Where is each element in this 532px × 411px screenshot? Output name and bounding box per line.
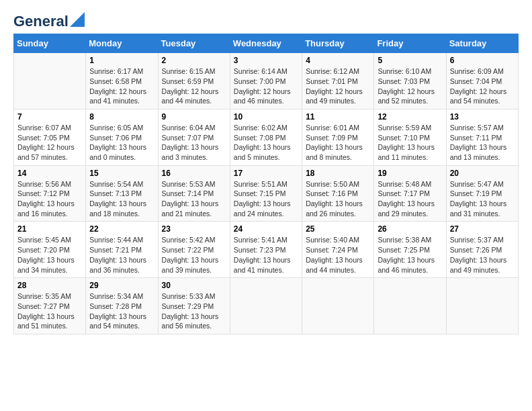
day-number: 24 xyxy=(234,224,298,234)
calendar-cell: 7Sunrise: 6:07 AMSunset: 7:05 PMDaylight… xyxy=(14,109,86,165)
col-header-thursday: Thursday xyxy=(302,34,374,53)
day-number: 13 xyxy=(450,112,515,122)
day-number: 20 xyxy=(450,169,515,178)
logo-icon xyxy=(70,12,85,27)
calendar-cell: 2Sunrise: 6:15 AMSunset: 6:59 PMDaylight… xyxy=(158,53,230,109)
calendar-cell: 25Sunrise: 5:40 AMSunset: 7:24 PMDayligh… xyxy=(302,222,374,278)
day-info: Sunrise: 6:02 AMSunset: 7:08 PMDaylight:… xyxy=(234,123,298,163)
calendar-cell: 14Sunrise: 5:56 AMSunset: 7:12 PMDayligh… xyxy=(14,165,86,222)
day-info: Sunrise: 5:42 AMSunset: 7:22 PMDaylight:… xyxy=(162,235,226,275)
calendar-cell: 1Sunrise: 6:17 AMSunset: 6:58 PMDaylight… xyxy=(86,53,158,109)
calendar-cell: 27Sunrise: 5:37 AMSunset: 7:26 PMDayligh… xyxy=(446,222,518,278)
calendar-cell: 16Sunrise: 5:53 AMSunset: 7:14 PMDayligh… xyxy=(158,165,230,222)
calendar-cell: 18Sunrise: 5:50 AMSunset: 7:16 PMDayligh… xyxy=(302,165,374,222)
week-row-1: 1Sunrise: 6:17 AMSunset: 6:58 PMDaylight… xyxy=(14,53,519,109)
day-number: 23 xyxy=(162,224,226,234)
day-info: Sunrise: 5:57 AMSunset: 7:11 PMDaylight:… xyxy=(450,123,515,163)
col-header-wednesday: Wednesday xyxy=(230,34,302,53)
calendar-cell: 15Sunrise: 5:54 AMSunset: 7:13 PMDayligh… xyxy=(86,165,158,222)
calendar-cell: 11Sunrise: 6:01 AMSunset: 7:09 PMDayligh… xyxy=(302,109,374,165)
day-info: Sunrise: 5:34 AMSunset: 7:28 PMDaylight:… xyxy=(89,291,154,331)
svg-marker-0 xyxy=(70,12,85,27)
calendar-cell: 3Sunrise: 6:14 AMSunset: 7:00 PMDaylight… xyxy=(230,53,302,109)
day-info: Sunrise: 5:38 AMSunset: 7:25 PMDaylight:… xyxy=(378,235,442,275)
day-info: Sunrise: 6:10 AMSunset: 7:03 PMDaylight:… xyxy=(378,66,442,106)
logo-general: General xyxy=(13,13,69,30)
day-info: Sunrise: 5:44 AMSunset: 7:21 PMDaylight:… xyxy=(89,235,154,275)
calendar-cell: 22Sunrise: 5:44 AMSunset: 7:21 PMDayligh… xyxy=(86,222,158,278)
day-number: 18 xyxy=(306,169,370,178)
day-number: 12 xyxy=(378,112,442,122)
week-row-5: 28Sunrise: 5:35 AMSunset: 7:27 PMDayligh… xyxy=(14,278,519,334)
page-header: General xyxy=(13,13,519,27)
day-info: Sunrise: 5:37 AMSunset: 7:26 PMDaylight:… xyxy=(450,235,515,275)
calendar-cell: 23Sunrise: 5:42 AMSunset: 7:22 PMDayligh… xyxy=(158,222,230,278)
col-header-sunday: Sunday xyxy=(14,34,86,53)
day-number: 26 xyxy=(378,224,442,234)
day-info: Sunrise: 6:12 AMSunset: 7:01 PMDaylight:… xyxy=(306,66,370,106)
calendar-cell: 28Sunrise: 5:35 AMSunset: 7:27 PMDayligh… xyxy=(14,278,86,334)
day-number: 9 xyxy=(162,112,226,122)
day-info: Sunrise: 6:05 AMSunset: 7:06 PMDaylight:… xyxy=(89,123,154,163)
day-number: 15 xyxy=(89,169,154,178)
day-info: Sunrise: 5:35 AMSunset: 7:27 PMDaylight:… xyxy=(17,291,82,331)
col-header-friday: Friday xyxy=(374,34,446,53)
day-info: Sunrise: 5:41 AMSunset: 7:23 PMDaylight:… xyxy=(234,235,298,275)
day-number: 2 xyxy=(162,56,226,65)
day-info: Sunrise: 5:47 AMSunset: 7:19 PMDaylight:… xyxy=(450,179,515,219)
day-number: 29 xyxy=(89,281,154,290)
day-number: 3 xyxy=(234,56,298,65)
day-info: Sunrise: 5:51 AMSunset: 7:15 PMDaylight:… xyxy=(234,179,298,219)
col-header-saturday: Saturday xyxy=(446,34,518,53)
calendar-cell: 9Sunrise: 6:04 AMSunset: 7:07 PMDaylight… xyxy=(158,109,230,165)
day-info: Sunrise: 5:33 AMSunset: 7:29 PMDaylight:… xyxy=(162,291,226,331)
calendar-cell xyxy=(230,278,302,334)
calendar-cell xyxy=(374,278,446,334)
calendar-cell xyxy=(446,278,518,334)
day-number: 4 xyxy=(306,56,370,65)
day-info: Sunrise: 6:07 AMSunset: 7:05 PMDaylight:… xyxy=(17,123,82,163)
day-info: Sunrise: 6:17 AMSunset: 6:58 PMDaylight:… xyxy=(89,66,154,106)
day-number: 28 xyxy=(17,281,82,290)
day-info: Sunrise: 6:01 AMSunset: 7:09 PMDaylight:… xyxy=(306,123,370,163)
day-info: Sunrise: 5:59 AMSunset: 7:10 PMDaylight:… xyxy=(378,123,442,163)
day-number: 27 xyxy=(450,224,515,234)
calendar-cell: 6Sunrise: 6:09 AMSunset: 7:04 PMDaylight… xyxy=(446,53,518,109)
calendar-cell: 12Sunrise: 5:59 AMSunset: 7:10 PMDayligh… xyxy=(374,109,446,165)
day-number: 19 xyxy=(378,169,442,178)
calendar-cell: 21Sunrise: 5:45 AMSunset: 7:20 PMDayligh… xyxy=(14,222,86,278)
week-row-2: 7Sunrise: 6:07 AMSunset: 7:05 PMDaylight… xyxy=(14,109,519,165)
day-number: 6 xyxy=(450,56,515,65)
day-info: Sunrise: 5:50 AMSunset: 7:16 PMDaylight:… xyxy=(306,179,370,219)
calendar-cell: 13Sunrise: 5:57 AMSunset: 7:11 PMDayligh… xyxy=(446,109,518,165)
calendar-cell: 20Sunrise: 5:47 AMSunset: 7:19 PMDayligh… xyxy=(446,165,518,222)
col-header-tuesday: Tuesday xyxy=(158,34,230,53)
day-number: 7 xyxy=(17,112,82,122)
calendar-cell: 17Sunrise: 5:51 AMSunset: 7:15 PMDayligh… xyxy=(230,165,302,222)
calendar-header: SundayMondayTuesdayWednesdayThursdayFrid… xyxy=(14,34,519,53)
day-info: Sunrise: 5:48 AMSunset: 7:17 PMDaylight:… xyxy=(378,179,442,219)
day-number: 25 xyxy=(306,224,370,234)
day-info: Sunrise: 5:54 AMSunset: 7:13 PMDaylight:… xyxy=(89,179,154,219)
day-number: 17 xyxy=(234,169,298,178)
week-row-3: 14Sunrise: 5:56 AMSunset: 7:12 PMDayligh… xyxy=(14,165,519,222)
day-number: 16 xyxy=(162,169,226,178)
calendar-table: SundayMondayTuesdayWednesdayThursdayFrid… xyxy=(13,34,519,334)
calendar-cell: 4Sunrise: 6:12 AMSunset: 7:01 PMDaylight… xyxy=(302,53,374,109)
day-number: 21 xyxy=(17,224,82,234)
day-info: Sunrise: 6:04 AMSunset: 7:07 PMDaylight:… xyxy=(162,123,226,163)
calendar-cell: 10Sunrise: 6:02 AMSunset: 7:08 PMDayligh… xyxy=(230,109,302,165)
day-number: 8 xyxy=(89,112,154,122)
calendar-cell: 19Sunrise: 5:48 AMSunset: 7:17 PMDayligh… xyxy=(374,165,446,222)
calendar-cell: 5Sunrise: 6:10 AMSunset: 7:03 PMDaylight… xyxy=(374,53,446,109)
day-number: 1 xyxy=(89,56,154,65)
day-number: 11 xyxy=(306,112,370,122)
day-info: Sunrise: 5:45 AMSunset: 7:20 PMDaylight:… xyxy=(17,235,82,275)
day-info: Sunrise: 5:53 AMSunset: 7:14 PMDaylight:… xyxy=(162,179,226,219)
logo: General xyxy=(13,13,85,27)
day-number: 30 xyxy=(162,281,226,290)
calendar-cell: 24Sunrise: 5:41 AMSunset: 7:23 PMDayligh… xyxy=(230,222,302,278)
day-number: 5 xyxy=(378,56,442,65)
calendar-cell: 8Sunrise: 6:05 AMSunset: 7:06 PMDaylight… xyxy=(86,109,158,165)
calendar-cell xyxy=(14,53,86,109)
